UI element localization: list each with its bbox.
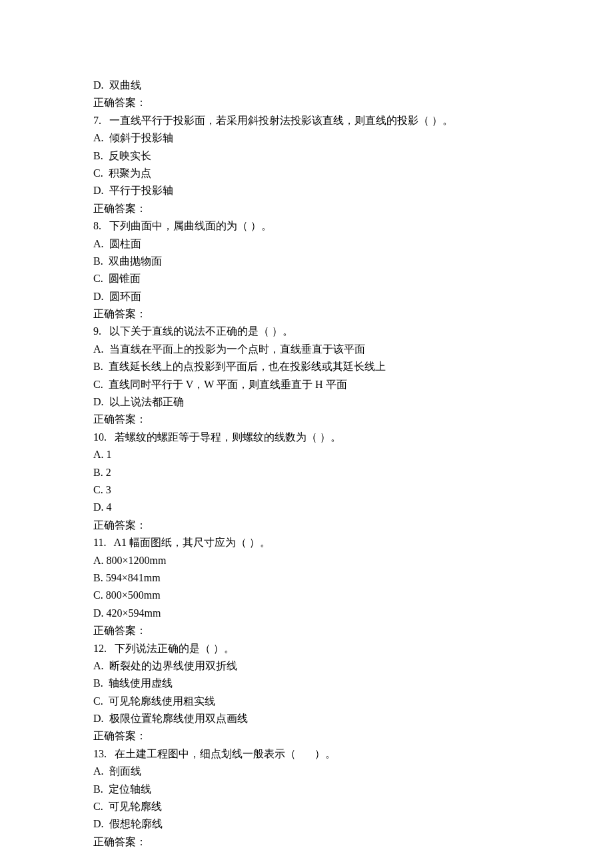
text-line: A. 当直线在平面上的投影为一个点时，直线垂直于该平面 <box>93 341 520 358</box>
text-line: C. 可见轮廓线使用粗实线 <box>93 693 520 710</box>
text-line: C. 800×500mm <box>93 587 520 604</box>
text-line: B. 594×841mm <box>93 569 520 587</box>
text-line: 正确答案： <box>93 411 520 428</box>
text-line: 11. A1 幅面图纸，其尺寸应为（ ）。 <box>93 534 520 551</box>
text-line: D. 420×594mm <box>93 605 520 622</box>
text-line: 10. 若螺纹的螺距等于导程，则螺纹的线数为（ ）。 <box>93 429 520 446</box>
text-line: C. 3 <box>93 481 520 499</box>
text-line: C. 积聚为点 <box>93 165 520 182</box>
text-line: D. 4 <box>93 499 520 516</box>
text-line: B. 双曲抛物面 <box>93 253 520 270</box>
text-line: D. 双曲线 <box>93 77 520 94</box>
text-line: 9. 以下关于直线的说法不正确的是（ ）。 <box>93 323 520 340</box>
text-line: A. 800×1200mm <box>93 552 520 569</box>
text-line: 正确答案： <box>93 305 520 323</box>
text-line: A. 1 <box>93 446 520 463</box>
text-line: D. 以上说法都正确 <box>93 393 520 411</box>
text-line: 正确答案： <box>93 622 520 639</box>
text-line: D. 圆环面 <box>93 288 520 305</box>
text-line: 正确答案： <box>93 94 520 111</box>
document-content: D. 双曲线 正确答案： 7. 一直线平行于投影面，若采用斜投射法投影该直线，则… <box>93 77 520 851</box>
text-line: 正确答案： <box>93 833 520 851</box>
text-line: 13. 在土建工程图中，细点划线一般表示（ ）。 <box>93 745 520 763</box>
text-line: C. 圆锥面 <box>93 270 520 287</box>
text-line: D. 平行于投影轴 <box>93 182 520 199</box>
text-line: D. 极限位置轮廓线使用双点画线 <box>93 710 520 727</box>
text-line: 正确答案： <box>93 517 520 534</box>
text-line: A. 剖面线 <box>93 763 520 780</box>
text-line: A. 圆柱面 <box>93 235 520 253</box>
text-line: B. 轴线使用虚线 <box>93 675 520 692</box>
text-line: A. 断裂处的边界线使用双折线 <box>93 657 520 675</box>
text-line: 7. 一直线平行于投影面，若采用斜投射法投影该直线，则直线的投影（ ）。 <box>93 112 520 129</box>
text-line: A. 倾斜于投影轴 <box>93 129 520 147</box>
text-line: C. 直线同时平行于 V，W 平面，则直线垂直于 H 平面 <box>93 376 520 393</box>
text-line: B. 直线延长线上的点投影到平面后，也在投影线或其廷长线上 <box>93 358 520 375</box>
text-line: B. 反映实长 <box>93 147 520 165</box>
text-line: 正确答案： <box>93 727 520 745</box>
text-line: B. 2 <box>93 464 520 481</box>
text-line: B. 定位轴线 <box>93 781 520 798</box>
text-line: D. 假想轮廓线 <box>93 815 520 833</box>
text-line: C. 可见轮廓线 <box>93 798 520 815</box>
text-line: 正确答案： <box>93 200 520 217</box>
text-line: 12. 下列说法正确的是（ ）。 <box>93 640 520 657</box>
text-line: 8. 下列曲面中，属曲线面的为（ ）。 <box>93 217 520 235</box>
